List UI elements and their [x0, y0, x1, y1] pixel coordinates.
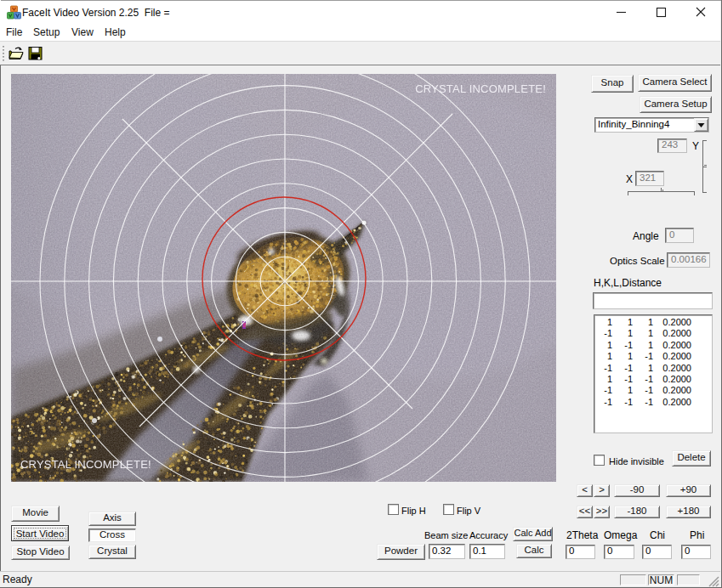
svg-text:CRYSTAL INCOMPLETE!: CRYSTAL INCOMPLETE!: [415, 82, 546, 95]
svg-text:CRYSTAL INCOMPLETE!: CRYSTAL INCOMPLETE!: [20, 458, 151, 471]
